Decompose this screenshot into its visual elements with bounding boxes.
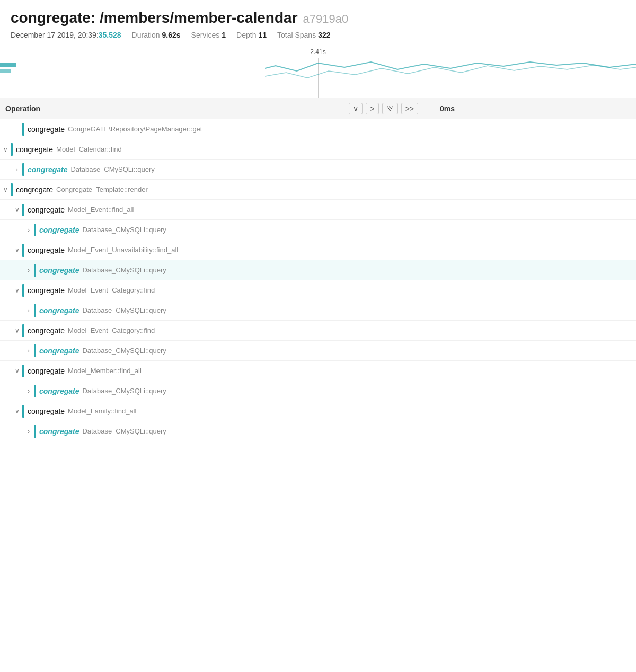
teal-indicator-bar (34, 264, 36, 277)
expand-collapse-btn[interactable]: ∨ (12, 285, 22, 296)
expand-collapse-btn[interactable]: ∨ (12, 205, 22, 215)
teal-indicator-bar (22, 204, 24, 216)
expand-collapse-btn[interactable]: › (23, 346, 34, 356)
page-title: congregate: /members/member-calendar a79… (11, 10, 625, 26)
expand-collapse-btn[interactable]: ∨ (0, 144, 11, 155)
teal-indicator-bar (22, 405, 24, 418)
expand-collapse-btn[interactable]: ∨ (12, 245, 22, 255)
row-left: ∨congregateModel_Event_Category::find (0, 321, 435, 340)
service-name: congregate (28, 206, 65, 214)
table-row: ∨congregateModel_Calendar::find (0, 139, 636, 160)
expand-collapse-btn[interactable]: › (23, 305, 34, 316)
table-row: ›congregateDatabase_CMySQLi::query (0, 220, 636, 240)
col-operation-label: Operation (5, 104, 40, 113)
depth-label: Depth (236, 31, 256, 39)
trace-id: a7919a0 (303, 12, 349, 26)
operation-name: Database_CMySQLi::query (82, 427, 166, 435)
total-spans-label: Total Spans (277, 31, 316, 39)
operation-name: Database_CMySQLi::query (82, 266, 166, 274)
expand-collapse-btn[interactable]: › (23, 386, 34, 396)
depth-item: Depth 11 (236, 31, 277, 39)
teal-indicator-bar (11, 183, 13, 196)
service-name: congregate (28, 165, 67, 174)
expand-collapse-btn[interactable]: › (23, 265, 34, 276)
operation-name: Model_Member::find_all (68, 367, 142, 375)
expand-collapse-btn[interactable]: ∨ (12, 325, 22, 336)
service-name: congregate (39, 266, 79, 275)
expand-collapse-btn[interactable]: › (23, 225, 34, 235)
svg-rect-0 (0, 63, 16, 67)
service-name: congregate (16, 145, 53, 154)
row-left: ›congregateDatabase_CMySQLi::query (0, 220, 435, 240)
expand-collapse-btn[interactable] (12, 124, 22, 135)
row-left: ›congregateDatabase_CMySQLi::query (0, 422, 435, 441)
table-row: ∨congregateModel_Member::find_all (0, 361, 636, 381)
teal-indicator-bar (11, 143, 13, 156)
row-left: ∨congregateModel_Event::find_all (0, 200, 435, 219)
col-time: 0ms (435, 104, 636, 113)
service-name: congregate (39, 427, 79, 436)
collapse-all-btn[interactable]: >> (401, 103, 418, 114)
service-name: congregate (16, 185, 53, 194)
teal-indicator-bar (34, 385, 36, 397)
operation-name: Model_Family::find_all (68, 407, 136, 415)
table-row: ∨congregateModel_Event_Category::find (0, 321, 636, 341)
service-name: congregate (39, 306, 79, 315)
row-left: ∨congregateModel_Member::find_all (0, 361, 435, 381)
col-operation: Operation ∨ > ⩔ >> (0, 103, 435, 114)
duration-label: Duration (132, 31, 160, 39)
row-left: ›congregateDatabase_CMySQLi::query (0, 301, 435, 320)
table-row: ›congregateDatabase_CMySQLi::query (0, 300, 636, 321)
timestamp-item: December 17 2019, 20:39:35.528 (11, 31, 132, 39)
meta-row: December 17 2019, 20:39:35.528 Duration … (11, 31, 625, 39)
table-header: Operation ∨ > ⩔ >> 0ms (0, 98, 636, 119)
operation-name: Database_CMySQLi::query (82, 387, 166, 395)
service-name: congregate (28, 246, 65, 254)
depth-value: 11 (258, 31, 267, 39)
duration-value: 9.62s (162, 31, 181, 39)
chart-section: 2.41s (0, 45, 636, 98)
row-left: ›congregateDatabase_CMySQLi::query (0, 382, 435, 401)
service-name: congregate (39, 347, 79, 355)
table-row: ∨congregateModel_Event_Category::find (0, 280, 636, 300)
expand-deep-btn[interactable]: ⩔ (382, 103, 398, 114)
header-section: congregate: /members/member-calendar a79… (0, 0, 636, 45)
service-name: congregate (28, 286, 65, 295)
expand-collapse-btn[interactable]: ∨ (12, 406, 22, 417)
table-row: ∨congregateModel_Event_Unavailability::f… (0, 240, 636, 260)
teal-indicator-bar (34, 344, 36, 357)
col-divider (432, 103, 432, 114)
services-item: Services 1 (191, 31, 236, 39)
services-label: Services (191, 31, 220, 39)
collapse-one-btn[interactable]: > (366, 103, 378, 114)
expand-collapse-btn[interactable]: ∨ (12, 366, 22, 376)
row-left: ›congregateDatabase_CMySQLi::query (0, 341, 435, 360)
trace-rows: congregateCongreGATE\Repository\PageMana… (0, 119, 636, 441)
expand-collapse-btn[interactable]: ∨ (0, 184, 11, 195)
row-left: ∨congregateCongregate_Template::render (0, 180, 435, 199)
timestamp: December 17 2019, 20:39:35.528 (11, 31, 121, 39)
row-left: ›congregateDatabase_CMySQLi::query (0, 160, 435, 179)
svg-rect-1 (0, 69, 11, 73)
row-left: congregateCongreGATE\Repository\PageMana… (0, 120, 435, 139)
expand-collapse-btn[interactable]: › (23, 426, 34, 437)
teal-indicator-bar (34, 425, 36, 438)
service-name: congregate (28, 326, 65, 335)
teal-indicator-bar (22, 324, 24, 337)
expand-collapse-btn[interactable]: › (12, 164, 22, 175)
teal-indicator-bar (22, 163, 24, 176)
row-left: ∨congregateModel_Event_Category::find (0, 281, 435, 300)
teal-indicator-bar (34, 224, 36, 236)
timestamp-highlight: 35.528 (99, 31, 121, 39)
table-row: ∨congregateCongregate_Template::render (0, 180, 636, 200)
table-row: ∨congregateModel_Family::find_all (0, 401, 636, 421)
operation-name: Database_CMySQLi::query (82, 226, 166, 234)
service-name: congregate (28, 407, 65, 415)
table-row: ›congregateDatabase_CMySQLi::query (0, 260, 636, 280)
operation-name: Database_CMySQLi::query (82, 306, 166, 314)
teal-indicator-bar (22, 123, 24, 136)
col-time-label: 0ms (440, 104, 455, 113)
operation-name: Model_Event::find_all (68, 206, 134, 214)
operation-name: Model_Event_Unavailability::find_all (68, 246, 178, 254)
expand-all-btn[interactable]: ∨ (349, 103, 363, 114)
